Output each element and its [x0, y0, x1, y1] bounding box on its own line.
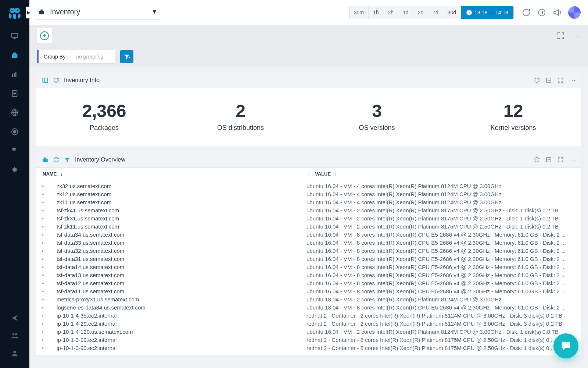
table-row[interactable]: ▸tsf-data32.us.sematext.comubuntu 16.04 …	[36, 247, 581, 255]
table-row[interactable]: ▸tsf-data14.us.sematext.comubuntu 16.04 …	[36, 263, 581, 271]
stat-value: 2,366	[36, 101, 172, 121]
table-row[interactable]: ▸ip-10-1-4-35.ec2.internalredhat 2 - Con…	[36, 311, 581, 319]
sub-toolbar: + ⋯	[29, 25, 588, 46]
table-row[interactable]: ▸logsene-es-data34.us.sematext.comubuntu…	[36, 303, 581, 311]
chevron-right-icon[interactable]: ▸	[42, 297, 57, 302]
sidebar-item-globe[interactable]	[0, 103, 29, 122]
chevron-right-icon[interactable]: ▸	[42, 224, 57, 229]
svg-point-16	[13, 351, 16, 353]
card-refresh-button[interactable]	[534, 77, 540, 84]
chevron-right-icon[interactable]: ▸	[42, 232, 57, 237]
sidebar-item-team[interactable]	[0, 327, 29, 344]
card-fullscreen-button[interactable]	[557, 156, 564, 163]
time-seg-30d[interactable]: 30d	[443, 6, 461, 19]
table-row[interactable]: ▸ip-10-1-3-90.ec2.internalredhat 2 - Con…	[36, 344, 581, 352]
caret-down-icon: ▼	[151, 8, 157, 15]
table-row[interactable]: ▸zk11.us.sematext.comubuntu 16.04 - VM -…	[36, 198, 581, 206]
fullscreen-button[interactable]	[556, 31, 565, 40]
chevron-right-icon[interactable]: ▸	[42, 273, 57, 277]
refresh-small-icon[interactable]	[53, 77, 60, 84]
chevron-right-icon[interactable]: ▸	[42, 208, 57, 213]
card-collapse-button[interactable]	[545, 77, 552, 84]
chevron-right-icon[interactable]: ▸	[42, 200, 57, 205]
announce-button[interactable]	[553, 8, 562, 17]
chevron-right-icon[interactable]: ▸	[42, 281, 57, 286]
logo-icon[interactable]	[7, 5, 23, 21]
row-value: ubuntu 16.04 - VM - 2 cores Intel(R) Xeo…	[306, 223, 576, 230]
sidebar-item-profile[interactable]	[0, 344, 29, 362]
add-widget-button[interactable]: +	[37, 28, 52, 43]
chevron-right-icon[interactable]: ▸	[42, 248, 57, 253]
time-range-custom[interactable]: 🕐 13:18 — 14:18	[461, 6, 513, 19]
row-value: redhat 2 - Container - 8 cores Intel(R) …	[306, 345, 576, 351]
refresh-small-icon[interactable]	[53, 156, 60, 163]
chevron-right-icon[interactable]: ▸	[42, 329, 57, 334]
avatar[interactable]	[568, 6, 581, 19]
table-row[interactable]: ▸tsf-data13.us.sematext.comubuntu 16.04 …	[36, 271, 581, 279]
sidebar-item-alerts[interactable]	[0, 122, 29, 141]
column-header-value[interactable]: ⋮ VALUE ↕	[306, 171, 576, 177]
table-row[interactable]: ▸zk12.us.sematext.comubuntu 16.04 - VM -…	[36, 190, 581, 198]
chevron-right-icon[interactable]: ▸	[42, 184, 57, 188]
table-row[interactable]: ▸ip-10-1-4-29.ec2.internalredhat 2 - Con…	[36, 319, 581, 328]
sidebar-item-inventory[interactable]	[0, 46, 29, 65]
table-row[interactable]: ▸tsf-zk11.us.sematext.comubuntu 16.04 - …	[36, 222, 581, 230]
table-row[interactable]: ▸tsf-zk41.us.sematext.comubuntu 16.04 - …	[36, 206, 581, 214]
sidebar-item-metrics[interactable]	[0, 65, 29, 84]
row-value: redhat 2 - Container - 2 cores Intel(R) …	[306, 312, 576, 319]
time-seg-1d[interactable]: 1d	[398, 6, 413, 19]
chevron-right-icon[interactable]: ▸	[42, 346, 57, 350]
sidebar-item-send[interactable]	[0, 309, 29, 327]
sidebar-expand-toggle[interactable]: ▶	[26, 7, 32, 18]
chevron-right-icon[interactable]: ▸	[42, 265, 57, 269]
column-header-name[interactable]: NAME ↓	[42, 171, 306, 177]
time-seg-2h[interactable]: 2h	[383, 6, 398, 19]
chevron-right-icon[interactable]: ▸	[42, 289, 57, 294]
svg-rect-8	[14, 73, 15, 77]
card-refresh-button[interactable]	[534, 156, 540, 163]
chat-launcher[interactable]	[553, 333, 578, 358]
column-drag-icon[interactable]: ⋮	[306, 171, 311, 177]
card-fullscreen-button[interactable]	[557, 77, 564, 84]
card-collapse-button[interactable]	[545, 156, 552, 163]
time-seg-30m[interactable]: 30m	[349, 6, 369, 19]
time-seg-7d[interactable]: 7d	[428, 6, 443, 19]
chevron-right-icon[interactable]: ▸	[42, 192, 57, 197]
card-more-button[interactable]: ⋯	[569, 77, 576, 84]
card-more-button[interactable]: ⋯	[569, 156, 576, 163]
briefcase-small-icon	[42, 156, 49, 163]
chevron-right-icon[interactable]: ▸	[42, 321, 57, 326]
groupby-selector[interactable]: Group By no grouping	[37, 50, 115, 63]
chevron-right-icon[interactable]: ▸	[42, 256, 57, 261]
filter-icon[interactable]	[64, 156, 71, 163]
refresh-button[interactable]	[522, 8, 531, 17]
table-row[interactable]: ▸ip-10-1-4-120.us.sematext.comubuntu 16.…	[36, 328, 581, 336]
chevron-right-icon[interactable]: ▸	[42, 313, 57, 318]
chevron-right-icon[interactable]: ▸	[42, 216, 57, 221]
sidebar-item-flag[interactable]	[0, 141, 29, 160]
row-name: logsene-es-data34.us.sematext.com	[57, 304, 306, 311]
time-seg-1h[interactable]: 1h	[369, 6, 384, 19]
dashboard-selector[interactable]: Inventory ▼	[35, 6, 160, 20]
table-row[interactable]: ▸tsf-data12.us.sematext.comubuntu 16.04 …	[36, 279, 581, 287]
column-value-label: VALUE	[315, 171, 331, 177]
chevron-right-icon[interactable]: ▸	[42, 337, 57, 342]
pause-button[interactable]	[537, 8, 546, 17]
sidebar-item-logs[interactable]	[0, 84, 29, 103]
table-row[interactable]: ▸metrics-proxy31.us.sematext.comubuntu 1…	[36, 295, 581, 303]
table-row[interactable]: ▸tsf-data34.us.sematext.comubuntu 16.04 …	[36, 230, 581, 238]
table-row[interactable]: ▸tsf-data11.us.sematext.comubuntu 16.04 …	[36, 287, 581, 295]
row-value: ubuntu 16.04 - VM - 8 cores Intel(R) Xeo…	[306, 288, 576, 294]
more-menu-button[interactable]: ⋯	[572, 31, 581, 40]
chevron-right-icon[interactable]: ▸	[42, 240, 57, 245]
table-row[interactable]: ▸ip-10-1-3-99.ec2.internalredhat 2 - Con…	[36, 336, 581, 344]
sidebar-item-plugins[interactable]	[0, 160, 29, 180]
table-row[interactable]: ▸tsf-zk31.us.sematext.comubuntu 16.04 - …	[36, 214, 581, 222]
time-seg-2d[interactable]: 2d	[413, 6, 429, 19]
add-filter-button[interactable]	[120, 50, 133, 63]
chevron-right-icon[interactable]: ▸	[42, 305, 57, 310]
table-row[interactable]: ▸tsf-data31.us.sematext.comubuntu 16.04 …	[36, 255, 581, 263]
table-row[interactable]: ▸zk32.us.sematext.comubuntu 16.04 - VM -…	[36, 182, 581, 190]
sidebar-item-monitoring[interactable]	[0, 26, 29, 46]
table-row[interactable]: ▸tsf-data33.us.sematext.comubuntu 16.04 …	[36, 238, 581, 247]
